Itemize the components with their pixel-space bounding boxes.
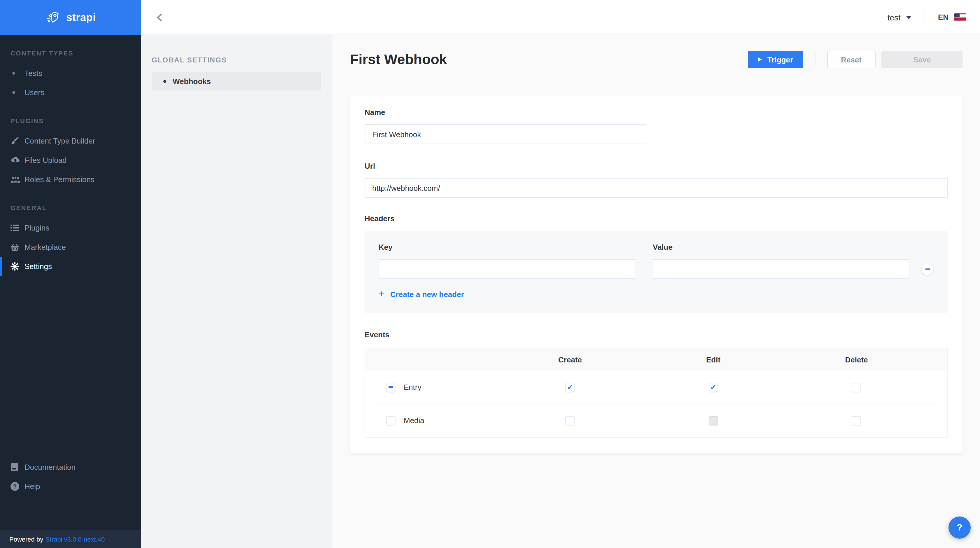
bullet-icon <box>11 72 24 75</box>
powered-by-text: Powered by <box>10 535 43 542</box>
trigger-button[interactable]: Trigger <box>748 51 803 68</box>
events-row-media: Media <box>365 404 947 437</box>
media-edit-cell <box>642 416 785 425</box>
name-input[interactable] <box>364 124 646 144</box>
section-general: GENERAL Plugins <box>0 203 141 276</box>
page-title: First Webhook <box>350 50 447 69</box>
sidebar-item-settings[interactable]: Settings <box>0 257 141 276</box>
paintbrush-icon <box>11 137 24 145</box>
headers-label: Headers <box>364 214 948 223</box>
entry-create-checkbox[interactable] <box>566 382 575 392</box>
help-fab-button[interactable]: ? <box>948 516 970 538</box>
events-row-entry: Entry <box>365 371 947 404</box>
events-table-header: Create Edit Delete <box>365 349 947 371</box>
media-row-checkbox[interactable] <box>386 416 396 425</box>
locale-switcher[interactable]: EN <box>938 13 966 22</box>
cloud-upload-icon <box>11 156 24 164</box>
headers-kv-labels: Key Value <box>379 243 934 252</box>
user-name: test <box>888 13 900 22</box>
sidebar-item-plugins[interactable]: Plugins <box>0 218 141 237</box>
section-content-types: CONTENT TYPES Tests Users <box>0 48 141 102</box>
sidebar-item-files-upload[interactable]: Files Upload <box>0 151 141 170</box>
entry-edit-checkbox[interactable] <box>709 382 718 392</box>
question-circle-icon: ? <box>11 482 24 491</box>
remove-header-button[interactable] <box>921 263 934 276</box>
sidebar-item-content-type-builder[interactable]: Content Type Builder <box>0 131 141 151</box>
entry-create-cell <box>498 382 642 392</box>
entry-edit-cell <box>642 382 785 392</box>
plus-icon: + <box>379 290 384 299</box>
settings-item-webhooks[interactable]: Webhooks <box>152 72 321 91</box>
url-label: Url <box>364 162 948 171</box>
main-content: First Webhook Trigger Reset Save Name <box>332 35 980 548</box>
header-key-input[interactable] <box>379 259 635 279</box>
sidebar-item-documentation[interactable]: Documentation <box>0 457 141 477</box>
save-button[interactable]: Save <box>881 51 963 68</box>
bullet-icon <box>11 91 24 94</box>
locale-code: EN <box>938 13 948 22</box>
headers-panel: Key Value + Create a new header <box>364 231 948 313</box>
headers-kv-row <box>379 259 934 279</box>
header-actions: Trigger Reset Save <box>748 51 963 68</box>
brand-name: strapi <box>66 11 96 24</box>
section-plugins: PLUGINS Content Type Builder <box>0 116 141 189</box>
entry-row-checkbox[interactable] <box>386 382 396 392</box>
play-icon <box>757 57 762 62</box>
media-delete-checkbox[interactable] <box>852 416 861 425</box>
media-row-label: Media <box>404 416 425 425</box>
global-settings-title: GLOBAL SETTINGS <box>152 56 321 64</box>
value-label: Value <box>653 243 673 252</box>
actions-divider <box>815 53 815 66</box>
add-header-link[interactable]: + Create a new header <box>379 290 934 299</box>
sidebar-item-help[interactable]: ? Help <box>0 477 141 496</box>
sidebar-item-marketplace[interactable]: Marketplace <box>0 237 141 257</box>
section-title: CONTENT TYPES <box>0 48 141 58</box>
header-value-input[interactable] <box>653 259 909 279</box>
bullet-icon <box>163 80 166 83</box>
page-header: First Webhook Trigger Reset Save <box>350 50 963 69</box>
events-col-create: Create <box>498 355 642 364</box>
gear-icon <box>11 262 24 271</box>
minus-icon <box>925 268 930 269</box>
entry-delete-cell <box>785 382 928 392</box>
name-label: Name <box>364 108 948 117</box>
sidebar-menu: CONTENT TYPES Tests Users PLUGINS <box>0 35 141 457</box>
topbar-divider <box>924 11 925 24</box>
reset-button[interactable]: Reset <box>827 51 876 68</box>
sidebar-item-users[interactable]: Users <box>0 83 141 102</box>
sidebar-item-tests[interactable]: Tests <box>0 64 141 83</box>
global-settings-panel: GLOBAL SETTINGS Webhooks <box>141 35 332 548</box>
list-icon <box>11 224 24 232</box>
events-col-delete: Delete <box>785 355 928 364</box>
media-delete-cell <box>785 416 928 425</box>
book-icon <box>11 463 24 472</box>
events-table: Create Edit Delete Entry <box>364 348 948 438</box>
url-input[interactable] <box>364 178 948 198</box>
chevron-down-icon <box>906 16 912 19</box>
sidebar: strapi CONTENT TYPES Tests Users PLUGINS <box>0 0 141 548</box>
media-name-cell: Media <box>365 416 498 425</box>
media-edit-checkbox[interactable] <box>709 416 718 425</box>
chevron-left-icon <box>155 13 163 22</box>
user-dropdown[interactable]: test <box>888 13 912 22</box>
strapi-admin-app: strapi CONTENT TYPES Tests Users PLUGINS <box>0 0 980 548</box>
sidebar-bottom-links: Documentation ? Help <box>0 457 141 496</box>
back-button[interactable] <box>141 0 177 34</box>
sidebar-item-roles-permissions[interactable]: Roles & Permissions <box>0 170 141 189</box>
webhook-form-card: Name Url Headers Key Value <box>350 96 963 454</box>
section-title: GENERAL <box>0 203 141 212</box>
key-label: Key <box>379 243 635 252</box>
events-col-edit: Edit <box>642 355 785 364</box>
users-icon <box>11 176 24 183</box>
media-create-checkbox[interactable] <box>566 416 575 425</box>
strapi-version-link[interactable]: Strapi v3.0.0-next.40 <box>46 535 105 542</box>
entry-delete-checkbox[interactable] <box>852 382 861 392</box>
entry-row-label: Entry <box>404 383 422 392</box>
basket-icon <box>11 243 24 251</box>
media-create-cell <box>498 416 642 425</box>
entry-name-cell: Entry <box>365 382 498 392</box>
us-flag-icon <box>955 13 966 21</box>
events-label: Events <box>364 330 948 340</box>
strapi-logo[interactable]: strapi <box>0 0 141 35</box>
strapi-rocket-icon <box>45 10 60 25</box>
